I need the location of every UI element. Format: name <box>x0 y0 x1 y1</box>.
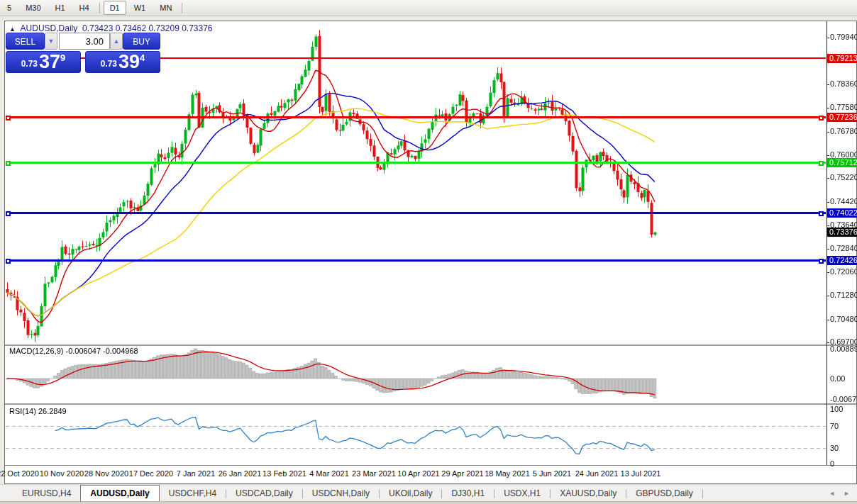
price-tick: 0.72060 <box>830 267 857 276</box>
line-handle[interactable] <box>6 161 11 166</box>
current-price-badge: 0.73376 <box>827 228 857 237</box>
level-badge-0.74022: 0.74022 <box>827 208 857 218</box>
line-handle[interactable] <box>819 116 824 121</box>
date-tick: 10 Nov 2020 <box>39 469 84 478</box>
pane-separator-macd[interactable] <box>5 345 856 346</box>
toolbar-separator <box>182 3 182 13</box>
date-tick: 18 May 2021 <box>485 469 530 478</box>
timeframe-m30[interactable]: M30 <box>19 1 47 15</box>
sell-price-pipette: 9 <box>60 52 65 63</box>
tab-xauusd-daily[interactable]: XAUUSD,Daily <box>551 485 626 502</box>
tab-audusd-daily[interactable]: AUDUSD,Daily <box>80 485 159 502</box>
macd-axis-zero: 0.00 <box>830 374 857 383</box>
rsi-indicator-label: RSI(14) 26.2849 <box>9 407 67 415</box>
ohlc-low: 0.73209 <box>148 23 179 33</box>
tab-usdcad-daily[interactable]: USDCAD,Daily <box>226 485 302 502</box>
window-bottom-strip <box>0 501 857 504</box>
hline-support-0.72426[interactable] <box>6 259 826 262</box>
toolbar-separator <box>99 3 100 13</box>
tab-separator <box>702 489 703 498</box>
price-tick: 0.76780 <box>830 127 857 135</box>
price-tick: 0.79940 <box>830 33 857 41</box>
timeframe-d1[interactable]: D1 <box>104 1 126 15</box>
one-click-trading-panel: SELL ▼ ▲ BUY 0.73 37 9 0.73 39 4 <box>6 33 160 73</box>
hline-resistance-0.77236[interactable] <box>6 116 826 118</box>
rsi-axis-100: 100 <box>830 405 857 413</box>
ohlc-open: 0.73423 <box>82 23 113 33</box>
level-badge-0.75712: 0.75712 <box>827 158 857 167</box>
buy-button[interactable]: BUY <box>123 33 160 50</box>
level-badge-0.72426: 0.72426 <box>827 256 857 265</box>
hline-support-0.75712[interactable] <box>6 162 826 164</box>
tab-scroll-left-icon[interactable]: ◄ <box>829 490 835 497</box>
tab-eurusd-h4[interactable]: EURUSD,H4 <box>13 485 80 502</box>
timeframe-toolbar: 5 M30 H1 H4 D1 W1 MN <box>0 0 857 16</box>
chart-canvas[interactable] <box>6 23 826 465</box>
rsi-axis-70: 70 <box>830 422 857 430</box>
line-handle[interactable] <box>819 211 824 216</box>
timeframe-mn[interactable]: MN <box>153 1 178 15</box>
sell-price-box[interactable]: 0.73 37 9 <box>6 51 81 73</box>
volume-increase-button[interactable]: ▲ <box>110 33 123 50</box>
buy-price-pipette: 4 <box>140 52 145 63</box>
date-tick: 29 Apr 2021 <box>440 469 485 478</box>
date-tick: 28 Nov 2020 <box>84 469 129 478</box>
buy-price-prefix: 0.73 <box>101 59 117 69</box>
ohlc-close: 0.73376 <box>182 23 212 33</box>
date-tick: 24 Jun 2021 <box>574 469 619 478</box>
line-handle[interactable] <box>819 259 824 264</box>
price-tick: 0.72840 <box>830 244 857 252</box>
chart-tab-bar: EURUSD,H4 AUDUSD,Daily USDCHF,H4 USDCAD,… <box>0 484 857 502</box>
price-tick: 0.75220 <box>830 173 857 181</box>
tab-ukoil-daily[interactable]: UKOil,Daily <box>380 485 441 502</box>
rsi-axis-0: 0 <box>830 459 857 468</box>
macd-axis-min: -0.006758 <box>830 395 857 403</box>
buy-price-box[interactable]: 0.73 39 4 <box>85 51 160 73</box>
date-tick: 10 Apr 2021 <box>396 469 441 478</box>
collapse-triangle-icon[interactable]: ▲ <box>9 26 16 33</box>
buy-price-big: 39 <box>118 53 140 71</box>
tab-scroll-right-icon[interactable]: ► <box>844 490 850 497</box>
timeframe-m5[interactable]: 5 <box>1 1 18 15</box>
line-handle[interactable] <box>6 211 11 216</box>
sell-price-prefix: 0.73 <box>21 59 38 69</box>
tab-gbpusd-daily[interactable]: GBPUSD,Daily <box>626 485 702 502</box>
date-tick: 5 Jun 2021 <box>529 469 575 478</box>
level-badge-0.79213: 0.79213 <box>827 54 857 63</box>
macd-indicator-label: MACD(12,26,9) -0.006047 -0.004968 <box>9 347 138 355</box>
date-tick: 13 Feb 2021 <box>262 469 307 478</box>
date-axis-separator <box>5 465 856 466</box>
hline-support-0.74022[interactable] <box>6 212 826 214</box>
timeframe-h1[interactable]: H1 <box>49 1 72 15</box>
date-tick: 23 Mar 2021 <box>351 469 397 478</box>
volume-input[interactable] <box>59 33 110 50</box>
level-badge-0.77236: 0.77236 <box>827 113 857 122</box>
date-tick: 13 Jul 2021 <box>618 469 663 478</box>
timeframe-w1[interactable]: W1 <box>128 1 153 15</box>
pane-separator-rsi[interactable] <box>5 403 856 405</box>
tab-usdx-h1[interactable]: USDX,H1 <box>494 485 550 502</box>
sell-button[interactable]: SELL <box>6 33 45 50</box>
timeframe-h4[interactable]: H4 <box>73 1 96 15</box>
tab-dj30-h1[interactable]: DJ30,H1 <box>442 485 494 502</box>
volume-decrease-button[interactable]: ▼ <box>45 33 57 50</box>
chart-symbol-label: AUDUSD,Daily <box>21 23 78 33</box>
tab-usdcnh-daily[interactable]: USDCNH,Daily <box>303 485 379 502</box>
date-tick: 26 Jan 2021 <box>217 469 262 478</box>
price-tick: 0.70480 <box>830 315 857 323</box>
rsi-axis-30: 30 <box>830 444 857 452</box>
price-tick: 0.74420 <box>830 197 857 206</box>
price-axis-border <box>826 21 827 465</box>
date-tick: 4 Mar 2021 <box>306 469 352 478</box>
line-handle[interactable] <box>819 161 824 166</box>
date-tick: 7 Jan 2021 <box>173 469 219 478</box>
price-tick: 0.77580 <box>830 103 857 111</box>
line-handle[interactable] <box>6 116 11 121</box>
macd-axis-max: 0.008892 <box>830 345 857 353</box>
sell-price-big: 37 <box>39 53 60 71</box>
date-tick: 17 Dec 2020 <box>128 469 174 478</box>
line-handle[interactable] <box>6 259 11 264</box>
tab-usdchf-h4[interactable]: USDCHF,H4 <box>160 485 226 502</box>
chart-title: ▲ AUDUSD,Daily 0.73423 0.73462 0.73209 0… <box>9 23 213 33</box>
price-tick: 0.71280 <box>830 291 857 299</box>
